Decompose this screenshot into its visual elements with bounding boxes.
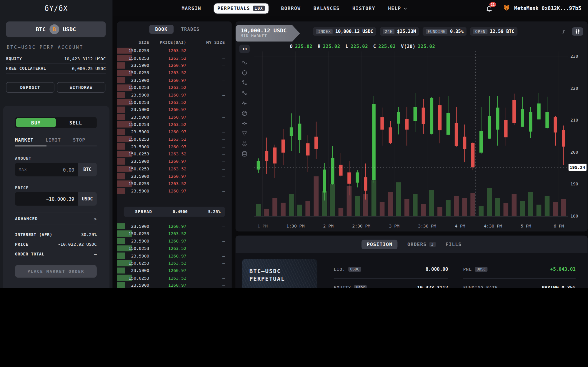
orderbook-bid-row[interactable]: 23.59001260.97— [117, 222, 232, 230]
orderbook-ask-row[interactable]: 150.02531263.52— [117, 54, 232, 62]
divider [15, 212, 97, 212]
price-input[interactable]: ~10,000.39 USDC [15, 192, 97, 206]
quote-asset-label: USDC [63, 26, 76, 32]
positions-tab-position[interactable]: POSITION [362, 240, 398, 249]
amount-value[interactable]: 0.00 [27, 167, 74, 172]
chart-panel: 10,000.12 USDC MID-MARKET INDEX10,000.12… [236, 21, 588, 232]
svg-text:1 PM: 1 PM [257, 223, 268, 228]
position-stats-col1: LIQ.USDC8,000.00EQUITYUSDC10.423.3112AVG… [334, 260, 448, 288]
orderbook-bid-row[interactable]: 23.59001260.97— [117, 237, 232, 245]
sell-tab[interactable]: SELL [56, 118, 96, 127]
notifications-button[interactable]: 21 [486, 5, 493, 12]
svg-text:3 PM: 3 PM [389, 223, 399, 228]
position-stat-pnl: PNLUDSC+5,043.01 [463, 260, 575, 279]
notification-badge: 21 [489, 2, 496, 6]
account-row-free-collateral: FREE COLLATERAL6,000.25 USDC [6, 64, 106, 74]
positions-tab-fills[interactable]: FILLS [446, 241, 462, 247]
nav-item-help[interactable]: HELP [388, 5, 406, 11]
orderbook-bid-row[interactable]: 150.02531263.52— [117, 274, 232, 282]
spread-value: 0.4900 [152, 209, 208, 214]
orderbook-ask-row[interactable]: 150.02531263.52— [117, 69, 232, 77]
wallet-button[interactable]: MetaMask 0x812K...97b5 [503, 4, 581, 12]
orderbook-ask-row[interactable]: 150.02531263.52— [117, 121, 232, 128]
dydx-logo[interactable]: δY/δX [0, 0, 112, 16]
orderbook-bid-row[interactable]: 23.59001260.97— [117, 282, 232, 288]
orderbook-ask-row[interactable]: 150.02531263.52— [117, 136, 232, 143]
positions-body: BTC–USDC PERPETUAL 1.5215 BTC AMOUNT 2.3… [236, 253, 588, 288]
orderbook-ask-row[interactable]: 150.02531263.52— [117, 47, 232, 54]
orderbook-ask-row[interactable]: 23.59001260.97— [117, 172, 232, 180]
buy-sell-toggle: BUY SELL [15, 117, 97, 128]
market-pair-selector[interactable]: BTC B USDC [6, 21, 106, 37]
positions-tabs: POSITIONORDERS3FILLS [236, 236, 588, 253]
position-market-line1: BTC–USDC [249, 268, 310, 275]
svg-text:3:30 PM: 3:30 PM [418, 223, 436, 228]
orderbook-ask-row[interactable]: 23.59001260.97— [117, 158, 232, 165]
account-title: BTC–USDC PERP ACCOUNT [7, 45, 83, 50]
time-axis: 1 PM1:30 PM2 PM2:30 PM3 PM3:30 PM4 PM4:3… [257, 223, 564, 228]
asks-list: 150.02531263.52—150.02531263.52—23.59001… [117, 47, 232, 195]
svg-text:210: 210 [570, 117, 578, 122]
price-value[interactable]: ~10,000.39 [19, 196, 74, 202]
price-label: PRICE [15, 185, 29, 190]
position-stat-liq-: LIQ.USDC8,000.00 [334, 260, 448, 279]
orderbook-bid-row[interactable]: 23.59001260.97— [117, 267, 232, 274]
nav-item-balances[interactable]: BALANCES [314, 5, 340, 11]
nav-item-perpetuals[interactable]: PERPETUALS10X [214, 3, 269, 13]
order-summary: INTEREST (APR)30.29%PRICE~10,022.92 USDC… [15, 230, 97, 259]
orderbook-bid-row[interactable]: 150.02531263.52— [117, 259, 232, 267]
orderbook-ask-row[interactable]: 23.59001260.97— [117, 62, 232, 69]
max-button[interactable]: MAX [19, 167, 27, 172]
order-type-underline [15, 146, 97, 147]
orderbook-ask-row[interactable]: 150.02531263.52— [117, 150, 232, 158]
orderbook-ask-row[interactable]: 23.59001260.97— [117, 143, 232, 150]
bids-list: 23.59001260.97—150.02531263.52—23.590012… [117, 222, 232, 288]
svg-text:2 PM: 2 PM [323, 223, 334, 228]
amount-input[interactable]: MAX 0.00 BTC [15, 163, 97, 176]
nav-item-borrow[interactable]: BORROW [281, 5, 301, 11]
svg-text:5 PM: 5 PM [521, 223, 531, 228]
orderbook-ask-row[interactable]: 150.02531263.52— [117, 99, 232, 106]
order-type-tab-market[interactable]: MARKET [15, 137, 34, 143]
book-tab[interactable]: BOOK [149, 25, 174, 34]
buy-tab[interactable]: BUY [16, 118, 56, 127]
nav-item-history[interactable]: HISTORY [352, 5, 375, 11]
svg-text:195.24: 195.24 [570, 165, 585, 170]
unit-badge: USDC [354, 285, 367, 288]
nav-item-margin[interactable]: MARGIN [181, 5, 201, 11]
svg-text:4 PM: 4 PM [455, 223, 465, 228]
orderbook-bid-row[interactable]: 23.59001260.97— [117, 252, 232, 259]
unit-badge: UDSC [475, 267, 487, 272]
amount-label: AMOUNT [15, 156, 31, 160]
price-unit: USDC [78, 192, 97, 206]
trades-tab[interactable]: TRADES [181, 27, 199, 32]
dydx-trading-app: MARGINPERPETUALS10XBORROWBALANCESHISTORY… [0, 0, 588, 288]
orderbook-bid-row[interactable]: 150.02531263.52— [117, 245, 232, 252]
orderbook-ask-row[interactable]: 23.59001260.97— [117, 106, 232, 113]
orderbook-ask-row[interactable]: 23.59001260.97— [117, 187, 232, 195]
order-type-tab-stop[interactable]: STOP [73, 137, 85, 143]
position-market-line2: PERPETUAL [249, 275, 310, 283]
deposit-button[interactable]: DEPOSIT [6, 82, 54, 93]
summary-row: ORDER TOTAL– [15, 249, 97, 259]
spread-row: SPREAD 0.4900 5.25% [124, 207, 225, 217]
svg-text:6 PM: 6 PM [554, 223, 564, 228]
order-type-tab-limit[interactable]: LIMIT [46, 137, 61, 143]
withdraw-button[interactable]: WITHDRAW [57, 82, 105, 93]
orderbook-ask-row[interactable]: 150.02531263.52— [117, 84, 232, 91]
svg-text:4:30 PM: 4:30 PM [484, 223, 502, 228]
positions-tab-orders[interactable]: ORDERS3 [407, 241, 436, 247]
candlestick-chart[interactable]: 230220210200190180195.241 PM1:30 PM2 PM2… [236, 21, 588, 232]
size-column-header: SIZE [117, 40, 149, 45]
orderbook-ask-row[interactable]: 23.59001260.97— [117, 113, 232, 121]
orderbook-panel: BOOK TRADES SIZE PRICE(DAI) MY SIZE 150.… [117, 21, 232, 288]
orderbook-header: SIZE PRICE(DAI) MY SIZE [117, 40, 232, 45]
orderbook-ask-row[interactable]: 23.59001260.97— [117, 128, 232, 135]
advanced-toggle[interactable]: ADVANCED > [15, 216, 97, 222]
orderbook-ask-row[interactable]: 23.59001260.97— [117, 77, 232, 84]
orderbook-ask-row[interactable]: 23.59001260.97— [117, 91, 232, 99]
orderbook-ask-row[interactable]: 150.02531263.52— [117, 165, 232, 172]
place-order-button[interactable]: PLACE MARKET ORDER [15, 265, 97, 278]
orderbook-bid-row[interactable]: 150.02531263.52— [117, 230, 232, 237]
orderbook-ask-row[interactable]: 150.02531263.52— [117, 180, 232, 187]
